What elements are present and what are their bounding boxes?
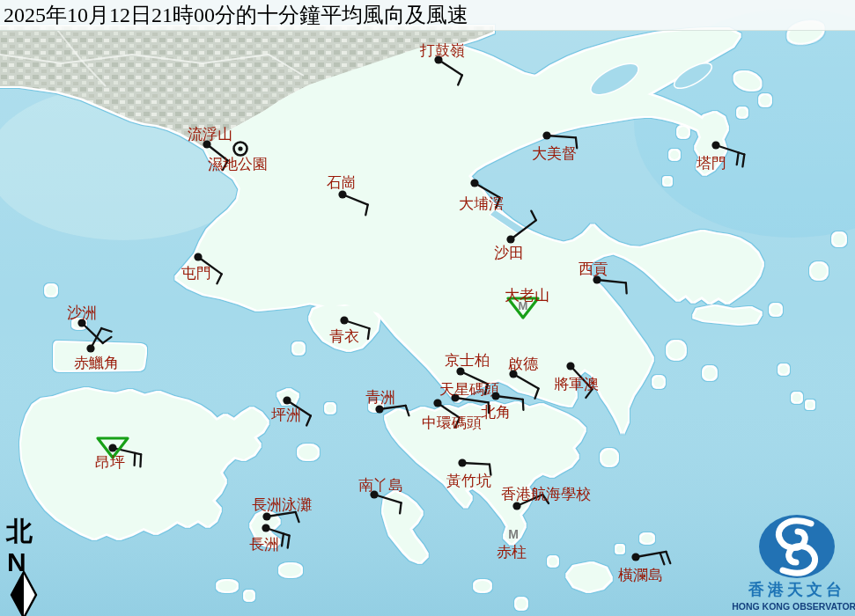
station-label: 中環碼頭 [422, 414, 482, 431]
station-dot [262, 512, 270, 520]
station-label: 大老山 [505, 286, 549, 304]
station-dot [566, 362, 574, 370]
station-dot [506, 235, 514, 243]
wind-barb-shaft [462, 463, 490, 465]
wind-barb-tick [400, 502, 401, 513]
station-dot [433, 399, 441, 407]
station-label: 啟德 [508, 355, 539, 372]
station-label: 橫瀾島 [618, 566, 663, 583]
wind-barb-tick [626, 282, 627, 293]
hko-name-en: HONG KONG OBSERVATORY [732, 601, 855, 612]
station-label: 屯門 [181, 264, 211, 282]
station-label: 沙田 [494, 244, 524, 261]
station-dot [108, 444, 116, 451]
station-dot [338, 190, 346, 198]
station-label: 濕地公園 [208, 155, 268, 172]
page-title: 2025年10月12日21時00分的十分鐘平均風向及風速 [0, 1, 468, 29]
station-dot [262, 524, 269, 532]
station-label: 長洲泳灘 [252, 495, 312, 513]
station-dot [631, 553, 639, 561]
station-label: 西貢 [579, 260, 608, 277]
station-label: 坪洲 [271, 406, 301, 423]
hko-name-cn: 香港天文台 [748, 580, 845, 598]
station-label: 長洲 [249, 535, 279, 553]
station-label: 赤鱲角 [74, 354, 119, 371]
map-svg: 打鼓嶺流浮山濕地公園石崗大埔滘大美督塔門沙田西貢M大老山屯門沙洲赤鱲角青衣青洲京… [0, 0, 855, 616]
station-dot [340, 316, 348, 324]
station-label: 流浮山 [188, 125, 232, 143]
station-label: 沙洲 [67, 304, 97, 321]
station-label: 大美督 [532, 144, 577, 162]
station-label: 塔門 [696, 154, 726, 172]
maintenance-m-icon: M [508, 527, 519, 541]
station-dot [283, 396, 291, 404]
station-label: 青衣 [329, 327, 359, 345]
wind-barb-tick [140, 454, 141, 466]
station-label: 打鼓嶺 [419, 41, 465, 59]
station-dot [194, 253, 202, 260]
station-dot [542, 131, 550, 139]
station-label: 昂坪 [95, 453, 125, 471]
wind-map-page: 打鼓嶺流浮山濕地公園石崗大埔滘大美督塔門沙田西貢M大老山屯門沙洲赤鱲角青衣青洲京… [0, 0, 855, 616]
station-label: 將軍澳 [554, 375, 599, 392]
station-label: 南丫島 [358, 476, 403, 494]
station-label: 北角 [481, 403, 511, 421]
station-dot [238, 146, 242, 150]
station-label: 石崗 [327, 173, 357, 191]
station-dot [375, 405, 383, 413]
title-bar: 2025年10月12日21時00分的十分鐘平均風向及風速 [0, 0, 855, 31]
station-label: 天星碼頭 [439, 380, 499, 398]
station-label: 大埔滘 [459, 194, 504, 212]
station-dot [458, 458, 466, 466]
station-dot [512, 502, 520, 510]
north-label-cn: 北 [5, 516, 33, 546]
station-dot [711, 141, 719, 149]
station-label: 黃竹坑 [446, 472, 491, 489]
station-dot [86, 344, 94, 352]
station-label: 香港航海學校 [501, 485, 591, 502]
wind-barb-tick [135, 453, 136, 466]
station-label: 赤柱 [497, 543, 527, 561]
station-dot [470, 179, 478, 187]
station-dot [491, 392, 499, 400]
station-label: 青洲 [365, 388, 395, 406]
wind-barb-tick [523, 400, 524, 410]
station-label: 京士柏 [445, 351, 490, 369]
